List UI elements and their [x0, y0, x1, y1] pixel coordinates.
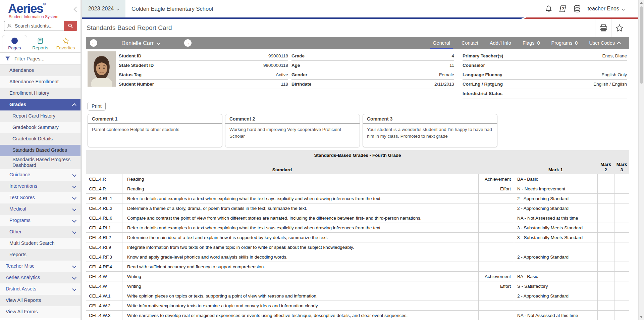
sidebar-collapse-button[interactable]: [74, 7, 78, 13]
sidebar-item-test-scores[interactable]: Test Scores: [0, 192, 80, 203]
info-field-value: Enos, Diane: [602, 53, 627, 58]
mark2-value: [597, 242, 614, 252]
search-button[interactable]: [64, 21, 77, 31]
student-name-dropdown[interactable]: Danielle Carr: [121, 40, 160, 46]
sidebar-item-label: Enrollment History: [9, 90, 49, 96]
standard-description: Determine the main idea of a text and ex…: [122, 233, 478, 242]
tab-label: User Codes: [589, 40, 615, 46]
info-field-value: 118: [281, 82, 288, 87]
tab-reports-label: Reports: [32, 45, 48, 50]
sidebar-item-standards-based-progress-dashboard[interactable]: Standards Based Progress Dashboard: [0, 156, 80, 169]
tab-general[interactable]: General: [427, 37, 456, 49]
mark3-value: [614, 194, 629, 203]
print-page-button[interactable]: [595, 19, 611, 37]
chevron-down-icon: [72, 207, 76, 211]
filter-icon: [5, 56, 10, 61]
tab-programs[interactable]: Programs0: [546, 37, 584, 49]
mark-type-label: [478, 203, 514, 213]
sidebar-item-label: Test Scores: [9, 195, 35, 200]
sidebar-item-gradebook-summary[interactable]: Gradebook Summary: [0, 122, 80, 133]
mark1-value: 2 - Approaching Standard: [514, 194, 597, 203]
chevron-left-icon: [74, 7, 79, 12]
mark-type-label: [478, 252, 514, 262]
sidebar-item-standards-based-grades[interactable]: Standards Based Grades: [0, 145, 80, 156]
scroll-down-arrow-icon[interactable]: [640, 316, 643, 318]
mark2-value: [597, 262, 614, 271]
printer-icon: [599, 24, 607, 32]
next-student-button[interactable]: →: [184, 39, 192, 47]
sidebar-item-grades[interactable]: Grades: [0, 99, 80, 110]
standard-description: Write narratives to develop real or imag…: [122, 311, 478, 320]
notifications-button[interactable]: [545, 5, 552, 13]
sidebar-item-report-card-history[interactable]: Report Card History: [0, 110, 80, 122]
sidebar-item-attendance-enrollment[interactable]: Attendance Enrollment: [0, 76, 80, 88]
info-field-label: Primary Teacher(s): [463, 53, 503, 58]
filter-pages-input[interactable]: [14, 56, 69, 62]
sidebar-item-multi-student-search[interactable]: Multi Student Search: [0, 238, 80, 249]
mark2-value: [597, 252, 614, 262]
comment-3-text: Your student is a wonderful student and …: [363, 124, 497, 139]
sidebar-item-aeries-analytics[interactable]: Aeries Analytics: [0, 272, 80, 283]
database-button[interactable]: [573, 5, 581, 13]
column-header-mark2: Mark 2: [597, 162, 614, 172]
print-button[interactable]: Print: [88, 102, 106, 110]
sidebar-item-reports[interactable]: Reports: [0, 249, 80, 261]
sidebar-item-medical[interactable]: Medical: [0, 203, 80, 215]
tab-badge: 0: [537, 40, 540, 46]
sidebar-item-programs[interactable]: Programs: [0, 215, 80, 226]
tab-badge: 0: [575, 40, 578, 46]
sidebar-item-label: View All Forms: [6, 309, 38, 315]
sidebar-item-view-all-forms[interactable]: View All Forms: [0, 306, 80, 318]
help-button[interactable]: ?: [559, 5, 567, 12]
sidebar-item-attendance[interactable]: Attendance: [0, 65, 80, 76]
standard-code: CEL.4.W.1: [86, 291, 122, 301]
mark3-value: [614, 291, 629, 301]
info-field-label: Student ID: [119, 53, 142, 58]
sidebar-item-view-all-reports[interactable]: View All Reports: [0, 295, 80, 306]
sidebar-item-label: Aeries Analytics: [6, 275, 40, 280]
info-field-grade: Grade4: [291, 51, 454, 61]
search-input[interactable]: [14, 23, 58, 29]
user-menu[interactable]: teacher Enos: [588, 6, 625, 12]
scroll-up-arrow-icon[interactable]: [640, 2, 643, 4]
table-row: CEL.4.WWritingEffortS - Satisfactory: [86, 281, 629, 291]
tab-favorites[interactable]: Favorites: [53, 35, 78, 52]
tab-pages[interactable]: Pages: [2, 35, 27, 52]
sidebar-item-district-assets[interactable]: District Assets: [0, 283, 80, 295]
vertical-scrollbar[interactable]: [638, 0, 644, 320]
sidebar-item-label: Guidance: [9, 172, 30, 178]
standard-description: Know and apply grade-level phonics and w…: [122, 252, 478, 262]
tab-addt-l-info[interactable]: Addt'l Info: [484, 37, 517, 49]
table-row: CEL.4.RI.9Integrate information from two…: [86, 242, 629, 252]
previous-student-button[interactable]: ←: [90, 39, 97, 47]
sidebar-item-interventions[interactable]: Interventions: [0, 181, 80, 192]
tab-reports[interactable]: Reports: [28, 35, 53, 52]
scrollbar-thumb[interactable]: [640, 6, 643, 84]
sidebar-item-guidance[interactable]: Guidance: [0, 169, 80, 181]
mark-type-label: [478, 301, 514, 310]
standard-description: Determine a theme of a story, drama, or …: [122, 203, 478, 213]
comment-2-title: Comment 2: [225, 114, 360, 124]
sidebar-item-enrollment-history[interactable]: Enrollment History: [0, 88, 80, 99]
mark3-value: [614, 301, 629, 310]
mark1-value: [514, 262, 597, 271]
mark2-value: [597, 223, 614, 232]
sidebar-item-gradebook-details[interactable]: Gradebook Details: [0, 133, 80, 145]
favorite-page-button[interactable]: [611, 19, 627, 37]
sidebar-item-other[interactable]: Other: [0, 226, 80, 238]
info-field-state-student-id: State Student ID9900000118: [119, 61, 288, 70]
filter-pages[interactable]: [0, 52, 80, 65]
school-year-selector[interactable]: 2023-2024: [82, 0, 125, 17]
help-book-icon: ?: [559, 5, 567, 12]
person-icon: [7, 23, 12, 29]
sidebar-item-label: Standards Based Grades: [12, 147, 67, 153]
tab-user-codes[interactable]: User Codes: [583, 37, 626, 49]
sidebar-item-teacher-misc[interactable]: Teacher Misc: [0, 261, 80, 272]
aeries-logo: Aeries®: [8, 2, 80, 15]
tab-contact[interactable]: Contact: [456, 37, 484, 49]
chevron-down-icon: [622, 7, 625, 10]
tab-flags[interactable]: Flags0: [517, 37, 546, 49]
sidebar-item-label: Gradebook Details: [12, 136, 53, 142]
main-area: 2023-2024 Golden Eagle Elementary School: [82, 0, 644, 320]
search-box[interactable]: [4, 21, 64, 31]
